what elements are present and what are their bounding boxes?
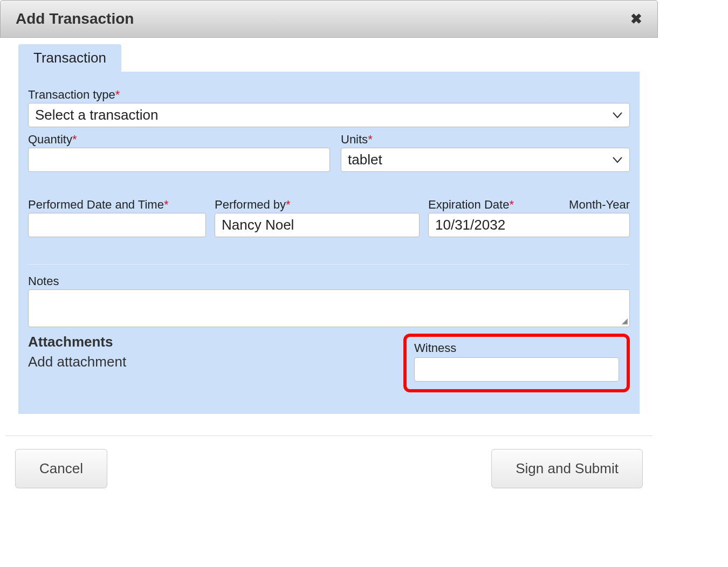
transaction-type-field: Transaction type* Select a transaction bbox=[28, 88, 630, 127]
sign-submit-button[interactable]: Sign and Submit bbox=[491, 449, 643, 488]
transaction-type-select[interactable]: Select a transaction bbox=[28, 103, 630, 127]
attachments-witness-row: Attachments Add attachment Witness bbox=[28, 334, 630, 392]
performed-by-label: Performed by* bbox=[215, 198, 420, 212]
expiration-input[interactable] bbox=[428, 213, 630, 237]
notes-label: Notes bbox=[28, 274, 630, 288]
quantity-field: Quantity* bbox=[28, 133, 330, 172]
quantity-label: Quantity* bbox=[28, 133, 330, 147]
required-mark: * bbox=[164, 198, 169, 211]
dialog-footer: Cancel Sign and Submit bbox=[5, 449, 653, 504]
witness-label: Witness bbox=[414, 341, 619, 355]
close-icon[interactable]: ✖ bbox=[630, 12, 642, 26]
performed-date-field: Performed Date and Time* bbox=[28, 198, 206, 237]
units-label: Units* bbox=[341, 133, 630, 147]
expiration-label: Expiration Date* bbox=[428, 198, 514, 212]
required-mark: * bbox=[286, 198, 291, 211]
attachments-heading: Attachments bbox=[28, 334, 393, 350]
performed-row: Performed Date and Time* Performed by* E… bbox=[28, 198, 630, 237]
label-text: Transaction type bbox=[28, 88, 115, 101]
units-field: Units* tablet bbox=[341, 133, 630, 172]
witness-input[interactable] bbox=[414, 357, 619, 382]
label-text: Quantity bbox=[28, 133, 72, 146]
dialog-header: Add Transaction ✖ bbox=[0, 0, 658, 38]
performed-by-field: Performed by* bbox=[215, 198, 420, 237]
label-text: Expiration Date bbox=[428, 198, 509, 211]
add-transaction-dialog: Add Transaction ✖ Transaction Transactio… bbox=[0, 0, 658, 504]
expiration-field: Expiration Date* Month-Year bbox=[428, 198, 630, 237]
attachments-section: Attachments Add attachment bbox=[28, 334, 393, 370]
required-mark: * bbox=[115, 88, 120, 101]
performed-date-input[interactable] bbox=[28, 213, 206, 237]
cancel-button[interactable]: Cancel bbox=[15, 449, 107, 488]
quantity-units-row: Quantity* Units* tablet bbox=[28, 133, 630, 172]
footer-divider bbox=[5, 435, 653, 436]
witness-highlight-box: Witness bbox=[403, 334, 630, 392]
quantity-input[interactable] bbox=[28, 148, 330, 172]
expiration-hint: Month-Year bbox=[569, 198, 630, 212]
label-text: Performed Date and Time bbox=[28, 198, 164, 211]
tab-panel: Transaction type* Select a transaction Q… bbox=[18, 72, 640, 414]
section-divider bbox=[28, 264, 630, 265]
notes-field: Notes ◢ bbox=[28, 274, 630, 327]
dialog-body: Transaction Transaction type* Select a t… bbox=[0, 38, 658, 504]
required-mark: * bbox=[509, 198, 514, 211]
label-text: Units bbox=[341, 133, 368, 146]
tab-transaction[interactable]: Transaction bbox=[18, 44, 121, 72]
required-mark: * bbox=[72, 133, 77, 146]
notes-textarea[interactable] bbox=[28, 289, 630, 327]
transaction-type-label: Transaction type* bbox=[28, 88, 630, 102]
select-value: Select a transaction bbox=[28, 103, 630, 127]
select-value: tablet bbox=[341, 148, 630, 172]
performed-by-input[interactable] bbox=[215, 213, 420, 237]
label-text: Performed by bbox=[215, 198, 286, 211]
dialog-title: Add Transaction bbox=[16, 10, 134, 27]
required-mark: * bbox=[368, 133, 373, 146]
units-select[interactable]: tablet bbox=[341, 148, 630, 172]
add-attachment-link[interactable]: Add attachment bbox=[28, 354, 393, 370]
tab-row: Transaction bbox=[5, 44, 653, 72]
performed-date-label: Performed Date and Time* bbox=[28, 198, 206, 212]
